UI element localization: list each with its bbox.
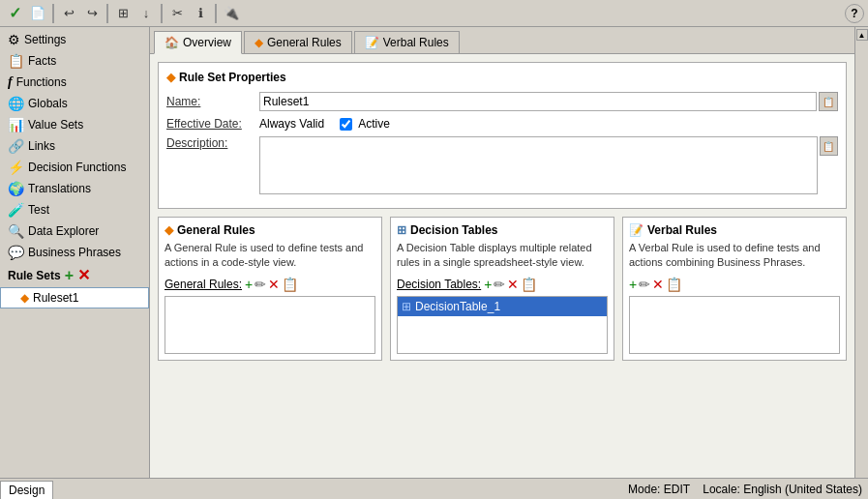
verbal-rules-title-text: Verbal Rules (647, 223, 717, 237)
business-phrases-icon: 💬 (8, 245, 24, 260)
checkmark-btn[interactable]: ✓ (4, 3, 25, 24)
add-verbal-rule-button[interactable]: + (629, 277, 637, 292)
tab-overview[interactable]: 🏠 Overview (154, 31, 242, 54)
delete-general-rule-button[interactable]: ✕ (268, 277, 280, 292)
sidebar-item-facts[interactable]: 📋 Facts (0, 50, 149, 72)
sidebar-item-label-functions: Functions (16, 75, 67, 89)
scroll-area: ◆ Rule Set Properties Name: 📋 Effective … (150, 54, 854, 478)
ruleset-name: Ruleset1 (33, 291, 78, 305)
copy-decision-table-button[interactable]: 📋 (521, 277, 537, 292)
ruleset-icon: ◆ (20, 291, 29, 305)
sidebar-item-label-data-explorer: Data Explorer (28, 224, 99, 238)
copy-general-rule-button[interactable]: 📋 (282, 277, 298, 292)
ruleset-item[interactable]: ◆ Ruleset1 (0, 287, 149, 308)
verbal-rules-tab-label: Verbal Rules (383, 36, 449, 49)
panel-title: ◆ Rule Set Properties (166, 71, 838, 84)
verbal-rules-desc: A Verbal Rule is used to define tests an… (629, 241, 840, 271)
general-rules-list (165, 296, 375, 354)
design-tab[interactable]: Design (0, 481, 53, 499)
rule-sets-header: Rule Sets + ✕ (0, 263, 149, 287)
decision-tables-list: ⊞ DecisionTable_1 (397, 296, 608, 354)
undo-btn[interactable]: ↩ (58, 3, 79, 24)
add-general-rule-button[interactable]: + (245, 277, 253, 292)
main-layout: ⚙ Settings 📋 Facts f Functions 🌐 Globals… (0, 27, 868, 478)
toolbar-separator-1 (52, 4, 54, 23)
facts-icon: 📋 (8, 53, 24, 69)
sidebar-item-label-decision-functions: Decision Functions (28, 161, 126, 174)
sidebar-item-translations[interactable]: 🌍 Translations (0, 178, 149, 199)
scroll-up-arrow[interactable]: ▲ (856, 29, 868, 41)
settings-icon: ⚙ (8, 32, 20, 47)
toolbar-separator-3 (161, 4, 163, 23)
arrow-btn[interactable]: ↓ (135, 3, 157, 24)
edit-decision-table-button[interactable]: ✏ (494, 277, 505, 292)
sidebar-item-globals[interactable]: 🌐 Globals (0, 93, 149, 114)
sidebar: ⚙ Settings 📋 Facts f Functions 🌐 Globals… (0, 27, 150, 478)
list-item[interactable]: ⊞ DecisionTable_1 (398, 297, 607, 316)
sidebar-item-test[interactable]: 🧪 Test (0, 199, 149, 220)
sidebar-item-label-globals: Globals (28, 97, 68, 110)
delete-decision-table-button[interactable]: ✕ (507, 277, 519, 292)
general-rules-title-text: General Rules (177, 223, 255, 237)
add-decision-table-button[interactable]: + (484, 277, 492, 292)
status-mode: Mode: EDIT (628, 483, 690, 496)
sidebar-item-label-test: Test (28, 203, 49, 217)
name-browse-button[interactable]: 📋 (819, 92, 838, 111)
sidebar-item-label-translations: Translations (28, 182, 91, 195)
decision-table-name: DecisionTable_1 (415, 300, 500, 313)
sidebar-item-decision-functions[interactable]: ⚡ Decision Functions (0, 157, 149, 178)
sidebar-item-label-links: Links (28, 139, 55, 153)
info-btn[interactable]: ℹ (190, 3, 211, 24)
general-rules-subheader: General Rules: + ✏ ✕ 📋 (165, 277, 375, 292)
delete-verbal-rule-button[interactable]: ✕ (652, 277, 664, 292)
decision-tables-title-text: Decision Tables (410, 223, 497, 237)
tab-general-rules[interactable]: ◆ General Rules (244, 31, 352, 53)
tab-verbal-rules[interactable]: 📝 Verbal Rules (354, 31, 460, 53)
verbal-rules-title-icon: 📝 (629, 223, 644, 237)
general-rules-tab-icon: ◆ (254, 36, 263, 49)
help-button[interactable]: ? (845, 4, 864, 23)
grid-btn[interactable]: ⊞ (112, 3, 134, 24)
effective-date-row: Effective Date: Always Valid Active (166, 117, 838, 131)
verbal-rules-title: 📝 Verbal Rules (629, 223, 840, 237)
tabs: 🏠 Overview ◆ General Rules 📝 Verbal Rule… (150, 27, 854, 54)
sidebar-item-business-phrases[interactable]: 💬 Business Phrases (0, 242, 149, 263)
decision-table-icon: ⊞ (402, 300, 411, 313)
sidebar-item-functions[interactable]: f Functions (0, 72, 149, 93)
verbal-rules-tab-icon: 📝 (365, 36, 379, 49)
copy-verbal-rule-button[interactable]: 📋 (666, 277, 682, 292)
active-label: Active (358, 117, 390, 131)
general-rules-title: ◆ General Rules (165, 223, 375, 237)
description-label: Description: (166, 136, 254, 150)
sidebar-item-label-settings: Settings (24, 33, 66, 46)
test-icon: 🧪 (8, 202, 24, 218)
plugin-btn[interactable]: 🔌 (221, 3, 242, 24)
sidebar-item-settings[interactable]: ⚙ Settings (0, 29, 149, 50)
description-textarea[interactable] (259, 136, 818, 194)
delete-ruleset-button[interactable]: ✕ (77, 266, 90, 284)
verbal-rules-list (629, 296, 840, 354)
active-checkbox[interactable] (340, 118, 352, 131)
sidebar-item-value-sets[interactable]: 📊 Value Sets (0, 114, 149, 135)
decision-tables-title: ⊞ Decision Tables (397, 223, 608, 237)
panel-title-text: Rule Set Properties (179, 71, 286, 84)
file-btn[interactable]: 📄 (27, 3, 48, 24)
sidebar-item-links[interactable]: 🔗 Links (0, 135, 149, 157)
sidebar-item-label-value-sets: Value Sets (28, 118, 83, 132)
decision-functions-icon: ⚡ (8, 160, 24, 175)
bottom-tab-area: Design (0, 481, 53, 499)
scissors-btn[interactable]: ✂ (166, 3, 188, 24)
description-browse-button[interactable]: 📋 (820, 136, 838, 156)
sidebar-item-label-business-phrases: Business Phrases (28, 246, 121, 259)
general-rules-panel: ◆ General Rules A General Rule is used t… (158, 217, 382, 361)
sidebar-item-data-explorer[interactable]: 🔍 Data Explorer (0, 220, 149, 242)
links-icon: 🔗 (8, 138, 24, 154)
rule-set-properties-panel: ◆ Rule Set Properties Name: 📋 Effective … (158, 62, 847, 209)
decision-tables-subheader: Decision Tables: + ✏ ✕ 📋 (397, 277, 608, 292)
edit-general-rule-button[interactable]: ✏ (254, 277, 266, 292)
name-input[interactable] (259, 92, 817, 111)
effective-date-label: Effective Date: (166, 117, 254, 131)
edit-verbal-rule-button[interactable]: ✏ (639, 277, 650, 292)
add-ruleset-button[interactable]: + (65, 267, 74, 284)
redo-btn[interactable]: ↪ (81, 3, 103, 24)
